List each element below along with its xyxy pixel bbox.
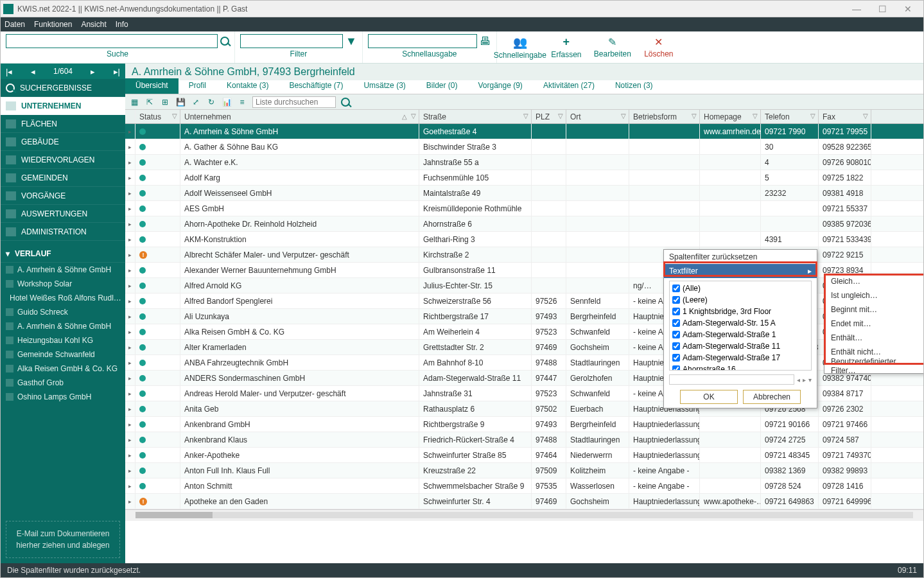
bearbeiten-button[interactable]: ✎ Bearbeiten xyxy=(589,31,636,63)
row-expand-icon[interactable]: ▸ xyxy=(125,201,135,216)
table-row[interactable]: ▸AES GmbHKreismülldeponie Rothmühle09721… xyxy=(125,201,923,216)
table-row[interactable]: ▸AKM-KonstruktionGelthari-Ring 343910972… xyxy=(125,232,923,247)
sidebar-suchergebnisse[interactable]: SUCHERGEBNISSE xyxy=(1,79,125,97)
maximize-button[interactable]: ☐ xyxy=(869,1,895,17)
tab-7[interactable]: Aktivitäten (27) xyxy=(533,78,605,94)
history-item[interactable]: Gemeinde Schwanfeld xyxy=(1,347,125,362)
print-icon[interactable]: 🖶 xyxy=(480,35,491,48)
sidebar-item-auswertungen[interactable]: AUSWERTUNGEN xyxy=(1,205,125,223)
row-expand-icon[interactable]: ▸ xyxy=(125,401,135,416)
sidebar-item-wiedervorlagen[interactable]: WIEDERVORLAGEN xyxy=(1,151,125,169)
filter-check-item[interactable]: Ahornstraße 16 xyxy=(671,363,810,371)
erfassen-button[interactable]: + Erfassen xyxy=(543,31,589,63)
row-expand-icon[interactable]: ▸ xyxy=(125,293,135,308)
row-expand-icon[interactable]: ▸ xyxy=(125,186,135,200)
filter-search-input[interactable] xyxy=(669,374,794,385)
textfilter-option[interactable]: Beginnt mit… xyxy=(824,302,923,317)
table-row[interactable]: ▸A. Amrhein & Söhne GmbHGoethestraße 4ww… xyxy=(125,124,923,139)
grid-search-icon[interactable] xyxy=(341,98,350,107)
save-icon[interactable]: 💾 xyxy=(175,97,186,107)
scroll-left-icon[interactable]: ◂ xyxy=(797,376,800,383)
table-row[interactable]: ▸A. Wachter e.K.Jahnstraße 55 a409726 90… xyxy=(125,155,923,170)
history-item[interactable]: Gasthof Grob xyxy=(1,376,125,390)
row-expand-icon[interactable]: ▸ xyxy=(125,324,135,339)
tab-3[interactable]: Beschäftigte (7) xyxy=(279,78,353,94)
row-expand-icon[interactable]: ▸ xyxy=(125,494,135,509)
minimize-button[interactable]: — xyxy=(844,1,869,17)
nav-next[interactable]: ▸ xyxy=(91,67,95,76)
menu-info[interactable]: Info xyxy=(116,20,128,29)
col-plz[interactable]: PLZ▽ xyxy=(532,110,566,123)
history-item[interactable]: A. Amrhein & Söhne GmbH xyxy=(1,319,125,333)
sidebar-verlauf-header[interactable]: ▾ VERLAUF xyxy=(1,245,125,263)
row-expand-icon[interactable]: ▸ xyxy=(125,247,135,262)
row-expand-icon[interactable]: ▸ xyxy=(125,478,135,493)
table-row[interactable]: ▸Ankenbrand KlausFriedrich-Rückert-Straß… xyxy=(125,432,923,448)
table-row[interactable]: ▸Anton Full Inh. Klaus FullKreuzstraße 2… xyxy=(125,463,923,478)
filter-check-item[interactable]: Adam-Stegerwald-Straße 11 xyxy=(671,340,810,352)
filter-check-item[interactable]: Adam-Stegerwald-Straße 1 xyxy=(671,329,810,340)
row-expand-icon[interactable]: ▸ xyxy=(125,232,135,247)
refresh-icon[interactable]: ↻ xyxy=(206,97,216,107)
history-item[interactable]: Alka Reisen GmbH & Co. KG xyxy=(1,362,125,376)
col-betriebsform[interactable]: Betriebsform▽ xyxy=(629,110,700,123)
row-expand-icon[interactable]: ▸ xyxy=(125,355,135,370)
filter-checkbox[interactable] xyxy=(672,365,680,371)
table-row[interactable]: ▸Adolf Weissenseel GmbHMaintalstraße 492… xyxy=(125,186,923,201)
chart-icon[interactable]: 📊 xyxy=(222,97,232,107)
row-expand-icon[interactable]: ▸ xyxy=(125,371,135,385)
tab-0[interactable]: Übersicht xyxy=(125,78,179,94)
filter-checkbox[interactable] xyxy=(672,319,680,327)
excel-icon[interactable]: ⊞ xyxy=(160,97,170,107)
filter-checkbox[interactable] xyxy=(672,285,680,292)
filter-checkbox[interactable] xyxy=(672,342,680,350)
row-expand-icon[interactable]: ▸ xyxy=(125,386,135,401)
textfilter-option[interactable]: Enthält… xyxy=(824,331,923,345)
tab-8[interactable]: Notizen (3) xyxy=(605,78,663,94)
close-button[interactable]: ✕ xyxy=(895,1,921,17)
row-expand-icon[interactable]: ▸ xyxy=(125,340,135,355)
tab-1[interactable]: Profil xyxy=(179,78,216,94)
filter-check-item[interactable]: (Leere) xyxy=(671,294,810,306)
menu-funktionen[interactable]: Funktionen xyxy=(34,20,72,29)
sidebar-item-administration[interactable]: ADMINISTRATION xyxy=(1,223,125,241)
filter-input[interactable] xyxy=(240,34,343,48)
scroll-down-icon[interactable]: ▾ xyxy=(808,376,812,383)
table-row[interactable]: ▸!Apotheke an den GadenSchweinfurter Str… xyxy=(125,494,923,509)
row-expand-icon[interactable]: ▸ xyxy=(125,417,135,432)
search-icon[interactable] xyxy=(220,37,229,46)
filter-checkbox[interactable] xyxy=(672,296,680,304)
col-ort[interactable]: Ort▽ xyxy=(566,110,629,123)
filter-check-item[interactable]: Adam-Stegerwald-Str. 15 A xyxy=(671,317,810,329)
expand-icon[interactable]: ⤢ xyxy=(191,97,201,107)
menu-daten[interactable]: Daten xyxy=(4,20,25,29)
row-expand-icon[interactable]: ▸ xyxy=(125,309,135,324)
email-dropzone[interactable]: E-Mail zum Dokumentieren hierher ziehen … xyxy=(6,521,120,558)
col-homepage[interactable]: Homepage▽ xyxy=(700,110,761,123)
col-unternehmen[interactable]: Unternehmen△▽ xyxy=(180,110,419,123)
schnelleingabe-button[interactable]: 👥 Schnelleingabe xyxy=(497,31,543,63)
filter-check-item[interactable]: Adam-Stegerwald-Straße 17 xyxy=(671,352,810,363)
menu-ansicht[interactable]: Ansicht xyxy=(81,20,106,29)
table-row[interactable]: ▸Anker-ApothekeSchweinfurter Straße 8597… xyxy=(125,448,923,463)
sidebar-item-flächen[interactable]: FLÄCHEN xyxy=(1,115,125,133)
row-expand-icon[interactable]: ▸ xyxy=(125,124,135,139)
filter-check-item[interactable]: 1 Knightsbridge, 3rd Floor xyxy=(671,306,810,317)
row-expand-icon[interactable]: ▸ xyxy=(125,216,135,231)
filter-reset[interactable]: Spaltenfilter zurücksetzen xyxy=(664,250,817,264)
columns-icon[interactable]: ▦ xyxy=(129,97,139,107)
horizontal-scrollbar[interactable] xyxy=(125,509,923,521)
sidebar-item-unternehmen[interactable]: UNTERNEHMEN xyxy=(1,97,125,115)
nav-last[interactable]: ▸| xyxy=(114,67,120,76)
textfilter-option[interactable]: Endet mit… xyxy=(824,317,923,331)
history-item[interactable]: Hotel Weißes Roß Alfons Rudl… xyxy=(1,291,125,305)
row-expand-icon[interactable]: ▸ xyxy=(125,463,135,478)
schnellausgabe-input[interactable] xyxy=(368,34,477,48)
row-expand-icon[interactable]: ▸ xyxy=(125,155,135,170)
sidebar-item-gemeinden[interactable]: GEMEINDEN xyxy=(1,169,125,187)
col-fax[interactable]: Fax▽ xyxy=(819,110,871,123)
history-item[interactable]: Oshino Lamps GmbH xyxy=(1,390,125,404)
search-input[interactable] xyxy=(6,34,218,48)
history-item[interactable]: Heizungsbau Kohl KG xyxy=(1,333,125,347)
tab-2[interactable]: Kontakte (3) xyxy=(216,78,279,94)
